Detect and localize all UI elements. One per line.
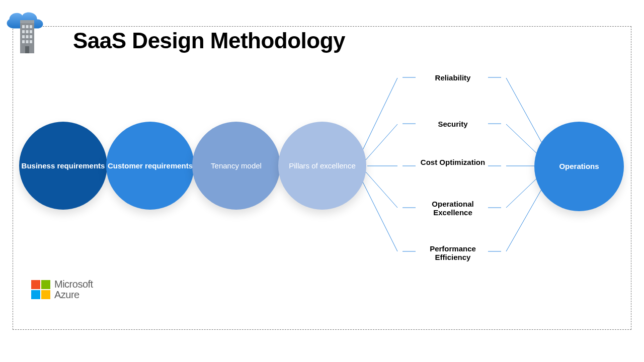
pillar-cost-optimization: Cost Optimization bbox=[418, 158, 488, 166]
circle-label: Business requirements bbox=[22, 161, 105, 170]
circle-operations: Operations bbox=[534, 122, 624, 211]
circle-pillars-of-excellence: Pillars of excellence bbox=[278, 122, 366, 210]
svg-rect-7 bbox=[30, 30, 32, 33]
circle-label: Customer requirements bbox=[108, 161, 193, 170]
svg-rect-3 bbox=[26, 25, 29, 28]
circle-label: Operations bbox=[559, 162, 599, 171]
pillar-performance-efficiency: Performance Efficiency bbox=[418, 244, 488, 262]
svg-rect-8 bbox=[22, 35, 25, 38]
svg-rect-6 bbox=[26, 30, 29, 33]
microsoft-azure-logo: Microsoft Azure bbox=[31, 279, 93, 300]
pillar-reliability: Reliability bbox=[418, 73, 488, 82]
circle-customer-requirements: Customer requirements bbox=[106, 122, 194, 210]
logo-line1: Microsoft bbox=[54, 279, 93, 290]
svg-rect-12 bbox=[26, 40, 29, 43]
svg-rect-4 bbox=[30, 25, 32, 28]
svg-rect-14 bbox=[25, 46, 29, 53]
svg-rect-5 bbox=[22, 30, 25, 33]
microsoft-logo-icon bbox=[31, 280, 50, 299]
cloud-building-icon bbox=[1, 5, 47, 51]
page-title: SaaS Design Methodology bbox=[73, 28, 345, 53]
svg-rect-1 bbox=[20, 20, 34, 23]
svg-rect-13 bbox=[30, 40, 32, 43]
logo-line2: Azure bbox=[54, 290, 93, 300]
circle-business-requirements: Business requirements bbox=[19, 122, 107, 210]
pillar-operational-excellence: Operational Excellence bbox=[418, 200, 488, 217]
svg-rect-11 bbox=[22, 40, 25, 43]
svg-rect-9 bbox=[26, 35, 29, 38]
circle-label: Tenancy model bbox=[211, 161, 262, 170]
logo-text: Microsoft Azure bbox=[54, 279, 93, 300]
circle-label: Pillars of excellence bbox=[289, 161, 356, 170]
circle-tenancy-model: Tenancy model bbox=[192, 122, 280, 210]
svg-rect-10 bbox=[30, 35, 32, 38]
pillar-security: Security bbox=[418, 120, 488, 128]
svg-rect-2 bbox=[22, 25, 25, 28]
